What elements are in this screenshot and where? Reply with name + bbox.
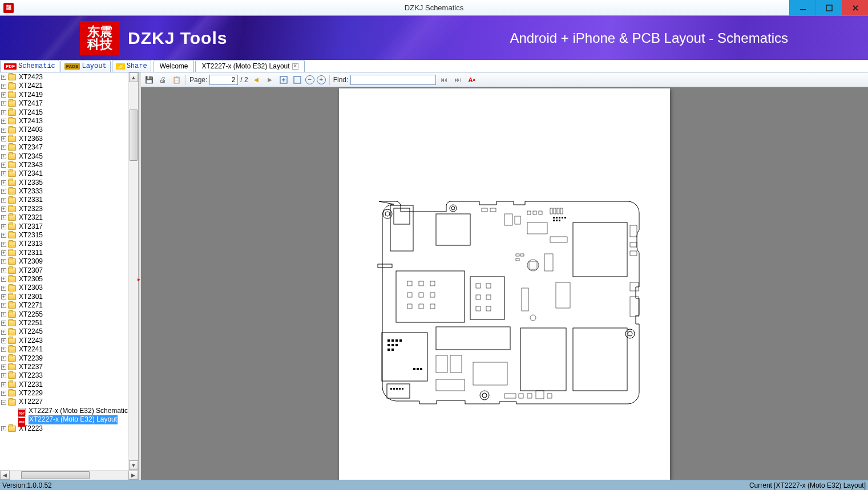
- tree-folder[interactable]: XT2347: [0, 143, 128, 152]
- expand-icon[interactable]: [1, 391, 6, 396]
- find-next-button[interactable]: ⏭: [452, 74, 463, 86]
- tree-folder[interactable]: XT2421: [0, 82, 128, 90]
- next-page-button[interactable]: ▶: [264, 74, 276, 86]
- expand-icon[interactable]: [1, 224, 6, 229]
- expand-icon[interactable]: [1, 259, 6, 264]
- expand-icon[interactable]: [1, 268, 6, 273]
- expand-icon[interactable]: [1, 119, 6, 124]
- tree-folder[interactable]: XT2417: [0, 99, 128, 108]
- hscroll-track[interactable]: [10, 471, 128, 480]
- tab-share[interactable]: 📁Share: [112, 60, 151, 72]
- tree-folder[interactable]: XT2229: [0, 389, 128, 398]
- expand-icon[interactable]: [1, 426, 6, 431]
- tree-folder[interactable]: XT2403: [0, 125, 128, 134]
- tree-folder[interactable]: XT2311: [0, 249, 128, 257]
- expand-icon[interactable]: [1, 250, 6, 256]
- fit-page-button[interactable]: [278, 74, 289, 86]
- expand-icon[interactable]: [1, 180, 6, 185]
- zoom-in-button[interactable]: +: [317, 75, 326, 84]
- tree-folder[interactable]: XT2323: [0, 205, 128, 213]
- tree-folder[interactable]: XT2237: [0, 363, 128, 371]
- tree-folder[interactable]: XT2307: [0, 266, 128, 275]
- tree-folder[interactable]: XT2423: [0, 73, 128, 82]
- tree-folder[interactable]: XT2227: [0, 398, 128, 406]
- scroll-thumb[interactable]: [130, 110, 138, 161]
- tab-layout[interactable]: PADSLayout: [60, 60, 111, 72]
- scroll-right-button[interactable]: ▶: [128, 471, 138, 480]
- splitter[interactable]: [139, 72, 141, 480]
- tree-folder[interactable]: XT2333: [0, 187, 128, 196]
- expand-icon[interactable]: [1, 206, 6, 212]
- expand-icon[interactable]: [1, 171, 6, 176]
- expand-icon[interactable]: [1, 163, 6, 168]
- expand-icon[interactable]: [1, 365, 6, 370]
- canvas[interactable]: [141, 87, 868, 480]
- save-button[interactable]: 💾: [143, 74, 155, 86]
- expand-icon[interactable]: [1, 312, 6, 317]
- copy-button[interactable]: 📋: [171, 74, 182, 86]
- expand-icon[interactable]: [1, 233, 6, 238]
- expand-icon[interactable]: [1, 321, 6, 326]
- find-prev-button[interactable]: ⏮: [438, 74, 450, 86]
- expand-icon[interactable]: [1, 198, 6, 203]
- tree-folder[interactable]: XT2315: [0, 231, 128, 240]
- scroll-track[interactable]: [129, 82, 138, 460]
- doc-tab-current[interactable]: XT2227-x (Moto E32) Layout×: [195, 60, 304, 72]
- tree-folder[interactable]: XT2301: [0, 293, 128, 301]
- tree-folder[interactable]: XT2245: [0, 327, 128, 336]
- tree-folder[interactable]: XT2413: [0, 117, 128, 125]
- tree-folder[interactable]: XT2233: [0, 371, 128, 380]
- tree-folder[interactable]: XT2255: [0, 310, 128, 319]
- tree-folder[interactable]: XT2317: [0, 222, 128, 231]
- tree[interactable]: XT2423XT2421XT2419XT2417XT2415XT2413XT24…: [0, 72, 128, 470]
- expand-icon[interactable]: [1, 330, 6, 335]
- close-tab-icon[interactable]: ×: [292, 63, 298, 70]
- tree-folder[interactable]: XT2331: [0, 196, 128, 204]
- find-input[interactable]: [350, 75, 436, 85]
- text-format-button[interactable]: Aa: [466, 74, 477, 86]
- hscroll-thumb[interactable]: [21, 471, 90, 479]
- expand-icon[interactable]: [1, 356, 6, 361]
- tree-folder[interactable]: XT2251: [0, 319, 128, 327]
- expand-icon[interactable]: [1, 189, 6, 194]
- expand-icon[interactable]: [1, 338, 6, 343]
- tree-folder[interactable]: XT2415: [0, 108, 128, 117]
- tree-folder[interactable]: XT2303: [0, 284, 128, 292]
- maximize-button[interactable]: [815, 0, 842, 15]
- close-button[interactable]: [842, 0, 868, 15]
- tab-schematic[interactable]: PDFSchematic: [0, 60, 59, 72]
- tree-folder[interactable]: XT2309: [0, 257, 128, 266]
- zoom-out-button[interactable]: −: [305, 75, 314, 84]
- tree-folder[interactable]: XT2313: [0, 240, 128, 248]
- expand-icon[interactable]: [1, 373, 6, 378]
- expand-icon[interactable]: [1, 277, 6, 282]
- tree-folder[interactable]: XT2341: [0, 169, 128, 178]
- expand-icon[interactable]: [1, 92, 6, 98]
- tree-folder[interactable]: XT2363: [0, 135, 128, 143]
- actual-size-button[interactable]: [292, 74, 303, 86]
- tree-folder[interactable]: XT2305: [0, 275, 128, 284]
- tree-folder[interactable]: XT2239: [0, 354, 128, 363]
- expand-icon[interactable]: [1, 154, 6, 159]
- tree-file[interactable]: XT2227-x (Moto E32) Layout: [0, 415, 128, 424]
- page-input[interactable]: [209, 75, 238, 85]
- expand-icon[interactable]: [1, 347, 6, 352]
- doc-tab-welcome[interactable]: Welcome: [154, 60, 195, 72]
- expand-icon[interactable]: [1, 286, 6, 291]
- tree-folder[interactable]: XT2241: [0, 345, 128, 354]
- expand-icon[interactable]: [1, 136, 6, 141]
- print-button[interactable]: 🖨: [157, 74, 168, 86]
- prev-page-button[interactable]: ◀: [251, 74, 262, 86]
- tree-folder[interactable]: XT2343: [0, 161, 128, 169]
- scroll-left-button[interactable]: ◀: [0, 471, 10, 480]
- tree-folder[interactable]: XT2321: [0, 213, 128, 222]
- horizontal-scrollbar[interactable]: ◀ ▶: [0, 470, 138, 480]
- tree-folder[interactable]: XT2243: [0, 337, 128, 345]
- vertical-scrollbar[interactable]: ▲ ▼: [128, 72, 138, 470]
- expand-icon[interactable]: [1, 101, 6, 106]
- tree-file[interactable]: XT2227-x (Moto E32) Schematic: [0, 407, 128, 415]
- expand-icon[interactable]: [1, 215, 6, 220]
- expand-icon[interactable]: [1, 382, 6, 387]
- scroll-up-button[interactable]: ▲: [129, 72, 138, 82]
- tree-folder[interactable]: XT2231: [0, 380, 128, 389]
